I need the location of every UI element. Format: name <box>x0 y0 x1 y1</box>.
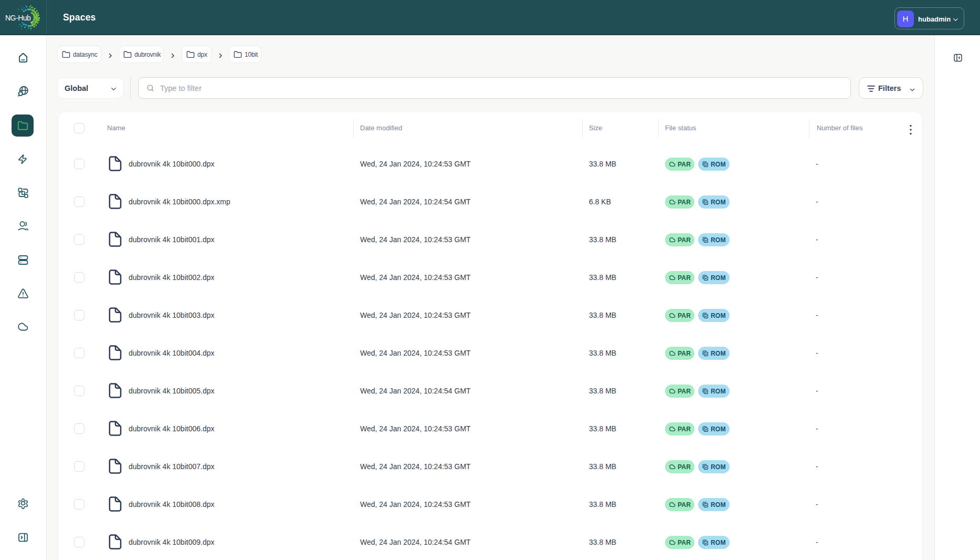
svg-text:NG-Hub: NG-Hub <box>5 14 31 22</box>
svg-text:TM: TM <box>30 22 33 24</box>
